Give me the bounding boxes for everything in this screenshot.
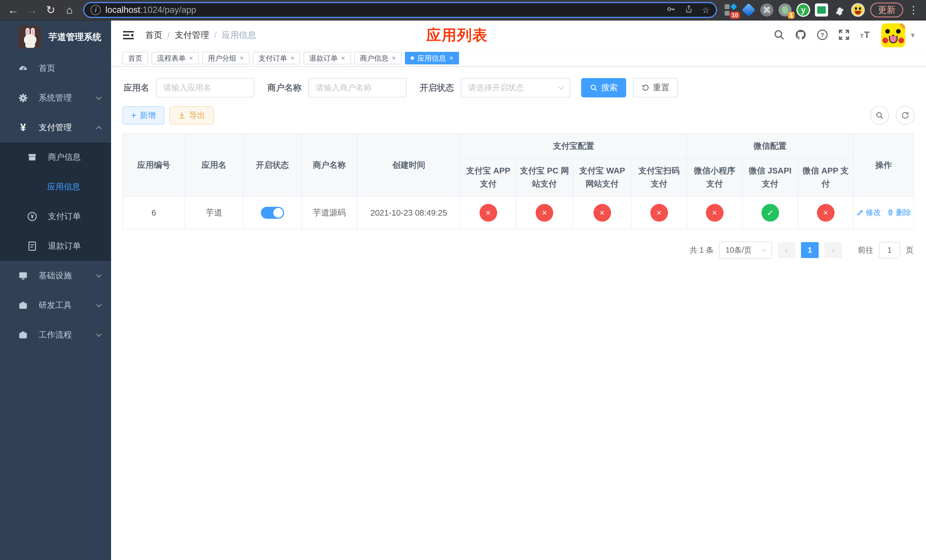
browser-update-button[interactable]: 更新	[870, 3, 903, 17]
help-icon[interactable]: ?	[816, 29, 828, 42]
goto-suffix: 页	[906, 245, 914, 255]
gear-icon	[18, 93, 28, 103]
delete-link[interactable]: 删除	[887, 207, 911, 218]
user-avatar[interactable]	[881, 23, 905, 47]
close-icon[interactable]: ×	[240, 54, 244, 62]
edit-pen-icon	[856, 209, 864, 216]
add-button[interactable]: + 新增	[123, 106, 164, 124]
document-icon	[29, 242, 36, 251]
site-info-icon[interactable]: i	[91, 5, 101, 15]
extension-command-icon[interactable]: ⌘	[759, 2, 775, 18]
extension-profile-icon[interactable]: 1	[777, 2, 793, 18]
grid-icon	[27, 182, 36, 191]
refresh-table-button[interactable]	[896, 106, 915, 125]
trash-icon	[887, 209, 894, 216]
next-page-button[interactable]: ›	[825, 242, 842, 258]
url-text[interactable]: localhost:1024/pay/app	[105, 5, 661, 15]
url-host: localhost	[105, 5, 140, 15]
edit-link[interactable]: 修改	[856, 207, 881, 218]
avatar-caret-icon[interactable]: ▾	[911, 31, 915, 39]
search-button[interactable]: 搜索	[581, 78, 626, 97]
breadcrumb-home[interactable]: 首页	[145, 29, 162, 41]
extension-badge: 10	[730, 12, 740, 19]
page-size-select[interactable]: 10条/页	[719, 242, 772, 259]
sidebar-item-merchant-info[interactable]: 商户信息	[0, 142, 111, 172]
extension-chat-icon[interactable]	[814, 2, 829, 18]
browser-menu-icon[interactable]: ⋮	[906, 4, 921, 16]
close-icon[interactable]: ×	[341, 54, 345, 62]
browser-back-icon[interactable]: ←	[5, 2, 21, 18]
sidebar-item-app-info[interactable]: 应用信息	[0, 172, 111, 202]
fullscreen-icon[interactable]	[838, 29, 850, 42]
refresh-icon	[642, 84, 649, 92]
extension-grid-icon[interactable]: 10	[723, 2, 738, 18]
app-name-input[interactable]	[156, 78, 254, 97]
sidebar-item-devtools[interactable]: 研发工具	[0, 291, 111, 320]
breadcrumb-separator: /	[214, 30, 216, 40]
bookmark-star-icon[interactable]: ☆	[702, 5, 710, 15]
tab-process-form[interactable]: 流程表单×	[151, 52, 199, 64]
goto-page-input[interactable]	[879, 242, 900, 258]
cell-app-name: 芋道	[185, 196, 243, 229]
status-toggle[interactable]	[261, 207, 284, 219]
prev-page-button[interactable]: ‹	[778, 242, 795, 258]
password-key-icon[interactable]	[666, 4, 676, 16]
status-select[interactable]: 请选择开启状态	[461, 78, 570, 97]
monitor-icon	[18, 271, 28, 281]
status-cross-icon: ×	[817, 204, 835, 222]
browser-reload-icon[interactable]: ↻	[43, 2, 59, 18]
browser-home-icon[interactable]: ⌂	[62, 2, 77, 18]
export-button[interactable]: 导出	[169, 106, 214, 124]
tab-app-info[interactable]: 应用信息×	[405, 52, 459, 64]
reset-button[interactable]: 重置	[633, 78, 678, 97]
tab-merchant-info[interactable]: 商户信息×	[354, 52, 401, 64]
tab-pay-order[interactable]: 支付订单×	[253, 52, 300, 64]
col-group-wechat: 微信配置	[687, 133, 853, 158]
sidebar-item-home[interactable]: 首页	[0, 53, 111, 83]
font-size-icon[interactable]: TT	[859, 29, 872, 42]
sidebar-item-refund-order[interactable]: 退款订单	[0, 231, 111, 261]
share-icon[interactable]	[684, 5, 693, 16]
tab-refund-order[interactable]: 退款订单×	[304, 52, 351, 64]
toggle-search-button[interactable]	[870, 106, 889, 125]
sidebar-logo-row[interactable]: 芋道管理系统	[0, 21, 111, 53]
sidebar-item-label: 支付订单	[48, 211, 101, 222]
extensions-puzzle-icon[interactable]	[832, 2, 847, 18]
close-icon[interactable]: ×	[291, 54, 294, 62]
close-icon[interactable]: ×	[392, 54, 396, 62]
shop-icon	[27, 152, 37, 162]
breadcrumb: 首页 / 支付管理 / 应用信息	[145, 29, 256, 41]
tab-home[interactable]: 首页	[123, 52, 148, 64]
app-title: 芋道管理系统	[48, 31, 101, 43]
github-icon[interactable]	[795, 29, 807, 42]
chevron-down-icon	[558, 84, 563, 89]
close-icon[interactable]: ×	[189, 54, 193, 62]
close-icon[interactable]: ×	[449, 54, 453, 62]
yen-icon: ¥	[18, 123, 28, 132]
sidebar-item-system[interactable]: 系统管理	[0, 83, 111, 113]
sidebar-item-infra[interactable]: 基础设施	[0, 261, 111, 291]
sidebar-item-workflow[interactable]: 工作流程	[0, 320, 111, 350]
sidebar-fold-icon[interactable]	[123, 29, 135, 41]
browser-avatar[interactable]	[850, 2, 865, 18]
sidebar-item-payment[interactable]: ¥ 支付管理	[0, 113, 111, 142]
extension-yudao-icon[interactable]: y	[796, 2, 811, 18]
page-number-active[interactable]: 1	[801, 242, 819, 258]
col-created: 创建时间	[357, 133, 460, 196]
breadcrumb-payment[interactable]: 支付管理	[175, 29, 209, 41]
tags-view: 首页 流程表单× 用户分组× 支付订单× 退款订单× 商户信息× 应用信息×	[111, 50, 926, 67]
address-bar[interactable]: i localhost:1024/pay/app ☆	[83, 2, 717, 18]
chevron-down-icon	[96, 302, 101, 307]
col-group-alipay: 支付宝配置	[460, 133, 687, 158]
sidebar-item-label: 首页	[39, 63, 101, 74]
url-path: :1024/pay/app	[140, 5, 196, 15]
extension-kite-icon[interactable]	[741, 2, 756, 18]
browser-forward-icon[interactable]: →	[24, 2, 40, 18]
tab-user-group[interactable]: 用户分组×	[202, 52, 250, 64]
table-row: 6 芋道 芋道源码 2021-10-23 08:49:25 × × × × × …	[123, 196, 914, 229]
merchant-name-input[interactable]	[309, 78, 407, 97]
header-search-icon[interactable]	[773, 29, 785, 42]
sidebar-item-pay-order[interactable]: ¥ 支付订单	[0, 202, 111, 231]
briefcase-icon	[18, 330, 28, 340]
chevron-down-icon	[762, 247, 767, 252]
